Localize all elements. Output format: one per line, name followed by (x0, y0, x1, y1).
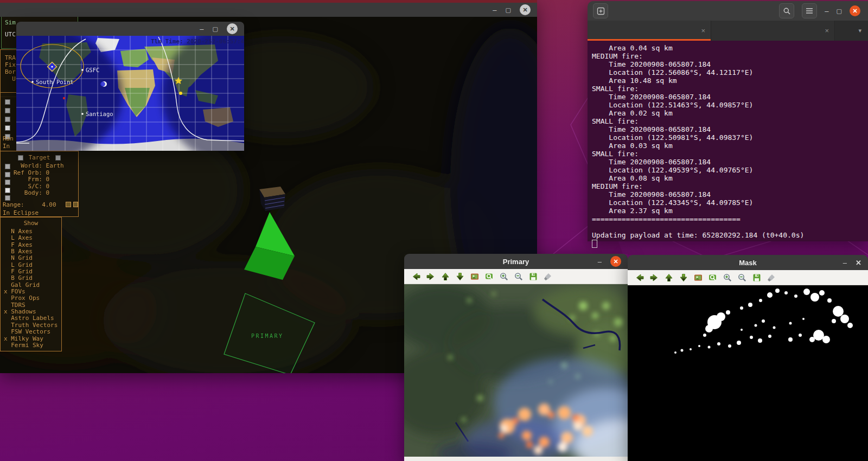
save-icon[interactable] (752, 273, 762, 283)
eclipse-status: In Eclipse (3, 209, 78, 216)
search-button[interactable] (779, 3, 794, 18)
forward-arrow-icon[interactable] (426, 272, 436, 281)
target-rows: World: Earth Ref Orb: 0 Frm: 0 S/C: 0 Bo… (1, 163, 78, 197)
primary-image-window: Primary – ✕ (404, 254, 628, 461)
close-icon[interactable]: ✕ (856, 259, 861, 267)
checkbox[interactable] (18, 155, 23, 161)
zoom-in-icon[interactable] (499, 272, 509, 281)
zoom-out-icon[interactable] (514, 272, 524, 281)
range-decrease-button[interactable] (66, 202, 71, 207)
save-icon[interactable] (528, 272, 538, 281)
new-tab-button[interactable] (593, 3, 608, 18)
primary-image-canvas[interactable] (404, 284, 628, 457)
range-value: 4.00 (42, 201, 56, 208)
mask-image-canvas[interactable] (628, 285, 868, 461)
terminal-output-area[interactable]: Area 0.04 sq km MEDIUM fire: Time 202009… (588, 41, 868, 241)
primary-titlebar[interactable]: Primary – ✕ (404, 254, 628, 269)
zoom-fit-icon[interactable] (484, 272, 494, 281)
map-window: – ▢ ✕ (16, 22, 244, 151)
image-icon[interactable] (693, 273, 703, 283)
range-strip-labels: Ran In (3, 135, 14, 150)
terminal-cursor (592, 240, 597, 248)
primary-statusbar (404, 457, 628, 461)
cubesat-model (259, 187, 285, 211)
minimize-icon[interactable]: – (598, 258, 602, 265)
zoom-out-icon[interactable] (737, 273, 747, 283)
search-icon (783, 7, 791, 15)
down-arrow-icon[interactable] (455, 272, 465, 281)
terminal-headerbar[interactable]: – ▢ ✕ (588, 1, 868, 21)
clean-brush-icon[interactable] (767, 273, 776, 283)
checkbox[interactable] (5, 164, 10, 169)
checkbox[interactable] (5, 195, 10, 201)
checkbox-checked[interactable] (5, 125, 10, 131)
target-dot (63, 97, 65, 99)
up-arrow-icon[interactable] (441, 272, 450, 281)
image-icon[interactable] (470, 272, 480, 281)
up-arrow-icon[interactable] (664, 273, 674, 283)
checkbox[interactable] (5, 117, 10, 122)
show-panel[interactable]: Show N Axes L Axes F Axes B Axes N Grid … (0, 217, 62, 351)
map-window-titlebar[interactable]: – ▢ ✕ (16, 22, 244, 36)
close-icon[interactable]: ✕ (610, 256, 621, 267)
minimize-icon[interactable]: – (843, 259, 847, 266)
mask-image-window: Mask – ✕ (628, 255, 868, 461)
checkbox[interactable] (55, 155, 61, 161)
checkbox-checked[interactable] (5, 188, 10, 193)
maximize-icon[interactable]: ▢ (213, 26, 218, 32)
close-icon[interactable]: ✕ (850, 5, 860, 16)
primary-toolbar (404, 269, 628, 284)
terminal-tabbar: × × ▾ (588, 21, 868, 41)
checkbox[interactable] (5, 99, 10, 105)
mask-toolbar (628, 270, 868, 285)
maximize-icon[interactable]: ▢ (506, 7, 511, 13)
mask-title: Mask (628, 259, 868, 267)
close-icon[interactable]: ✕ (227, 23, 238, 34)
hamburger-menu-icon (806, 8, 813, 14)
down-arrow-icon[interactable] (679, 273, 688, 283)
show-header: Show (1, 220, 61, 227)
back-arrow-icon[interactable] (635, 273, 644, 283)
zoom-in-icon[interactable] (723, 273, 732, 283)
minimize-icon[interactable]: – (493, 7, 496, 14)
zoom-fit-icon[interactable] (708, 273, 718, 283)
sim-window-titlebar[interactable]: – ▢ ✕ (0, 3, 537, 17)
world-map-canvas[interactable]: GSFC South Point Santiago Tlm Time: 2020… (16, 36, 244, 151)
checkbox[interactable] (5, 108, 10, 113)
target-panel: Target World: Earth Ref Orb: 0 Frm: 0 S/… (0, 151, 79, 217)
moon-marker (100, 81, 107, 87)
gsfc-label: GSFC (86, 67, 99, 73)
back-arrow-icon[interactable] (411, 272, 421, 281)
minimize-icon[interactable]: – (825, 8, 828, 15)
terminal-tab-active[interactable]: × (588, 21, 711, 41)
tab-close-icon[interactable]: × (701, 27, 711, 35)
santiago-label: Santiago (86, 111, 113, 117)
sun-marker (179, 92, 182, 95)
range-increase-button[interactable] (73, 202, 79, 207)
menu-button[interactable] (802, 3, 817, 18)
tab-list-dropdown[interactable]: ▾ (858, 21, 868, 41)
south-point-label: South Point (36, 79, 74, 85)
primary-title: Primary (404, 258, 628, 266)
minimize-icon[interactable]: – (200, 25, 203, 33)
terminal-output-text: Area 0.04 sq km MEDIUM fire: Time 202009… (592, 44, 868, 239)
mask-titlebar[interactable]: Mask – ✕ (628, 255, 868, 270)
checkbox[interactable] (5, 172, 10, 177)
close-icon[interactable]: ✕ (520, 4, 531, 15)
maximize-icon[interactable]: ▢ (837, 8, 842, 14)
show-items[interactable]: N Axes L Axes F Axes B Axes N Grid L Gri… (1, 228, 61, 349)
checkbox[interactable] (5, 180, 10, 185)
forward-arrow-icon[interactable] (649, 273, 659, 283)
terminal-tab[interactable]: × (711, 21, 835, 41)
clean-brush-icon[interactable] (543, 272, 553, 281)
range-label: Range: (3, 201, 24, 208)
terminal-window: – ▢ ✕ × × ▾ Area 0.04 sq km MEDIUM fire:… (588, 1, 868, 241)
primary-footprint-label: PRIMARY (251, 333, 284, 339)
tab-close-icon[interactable]: × (825, 27, 834, 35)
new-tab-icon (597, 7, 605, 15)
target-header: Target (29, 154, 50, 161)
tlm-time-label: Tlm Time: 2020-252-06:57:44 (151, 38, 244, 45)
